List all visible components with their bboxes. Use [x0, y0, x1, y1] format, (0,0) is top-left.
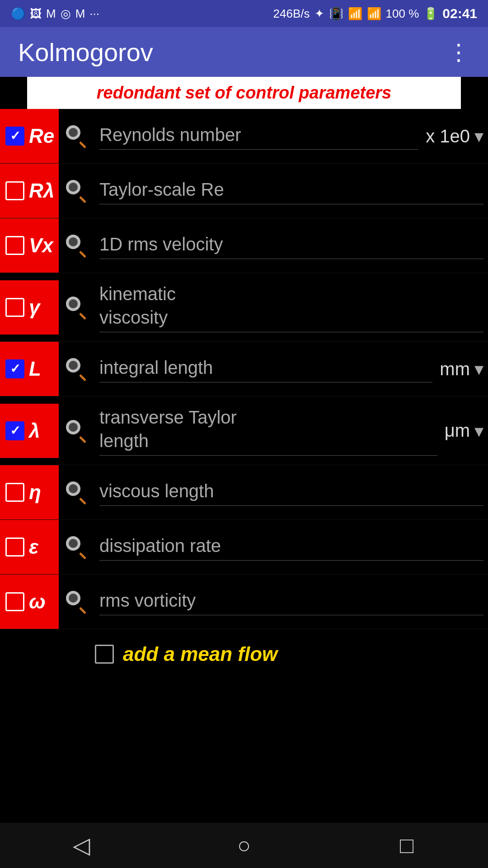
- search-area-gamma[interactable]: [59, 296, 95, 319]
- param-name-eta: viscous length: [99, 479, 483, 506]
- magnifier-icon-gamma[interactable]: [65, 296, 89, 319]
- search-area-L[interactable]: [59, 357, 95, 381]
- checkmark-Re: ✓: [10, 130, 20, 142]
- param-label-gamma[interactable]: γ: [0, 280, 59, 335]
- mag-handle-epsilon: [79, 552, 86, 559]
- dropdown-arrow-L[interactable]: ▾: [474, 359, 483, 379]
- magnifier-icon-epsilon[interactable]: [65, 535, 89, 559]
- checkbox-eta[interactable]: [5, 483, 24, 502]
- symbol-L: L: [29, 358, 41, 380]
- param-label-Rl[interactable]: Rλ: [0, 164, 59, 218]
- param-name-gamma: kinematicviscosity: [99, 282, 483, 332]
- bluetooth-status-icon: ✦: [314, 7, 324, 21]
- status-right-icons: 246B/s ✦ 📳 📶 📶 100 % 🔋 02:41: [273, 6, 477, 21]
- param-name-epsilon: dissipation rate: [99, 534, 483, 561]
- param-row-eta: η viscous length: [0, 465, 488, 520]
- mag-inner-lambda: [69, 423, 78, 432]
- magnifier-icon-eta[interactable]: [65, 481, 89, 504]
- wifi-icon: 📶: [348, 7, 362, 21]
- unit-area-Re[interactable]: x 1e0▾: [426, 126, 483, 146]
- checkbox-Re[interactable]: ✓: [5, 127, 24, 146]
- param-content-L: integral lengthmm▾: [95, 342, 488, 396]
- param-label-Re[interactable]: ✓Re: [0, 109, 59, 163]
- banner: redondant set of control parameters: [27, 77, 461, 109]
- param-row-omega: ω rms vorticity: [0, 575, 488, 629]
- symbol-epsilon: ε: [29, 536, 38, 558]
- checkbox-Vx[interactable]: [5, 236, 24, 255]
- search-area-epsilon[interactable]: [59, 535, 95, 559]
- status-bar: 🔵 🖼 M ◎ M ··· 246B/s ✦ 📳 📶 📶 100 % 🔋 02:…: [0, 0, 488, 27]
- param-label-omega[interactable]: ω: [0, 575, 59, 629]
- param-row-lambda: ✓λ transverse Taylorlengthμm▾: [0, 396, 488, 465]
- search-area-Rl[interactable]: [59, 179, 95, 203]
- param-content-Vx: 1D rms velocity: [95, 218, 488, 273]
- signal-icon: 📶: [367, 7, 381, 21]
- mag-handle-Rl: [79, 196, 86, 203]
- back-button[interactable]: ◁: [63, 832, 99, 859]
- add-flow-checkbox[interactable]: [95, 645, 114, 664]
- param-content-Rl: Taylor-scale Re: [95, 164, 488, 218]
- checkbox-L[interactable]: ✓: [5, 359, 24, 378]
- mag-handle-omega: [79, 607, 86, 614]
- symbol-Re: Re: [29, 125, 54, 147]
- param-label-L[interactable]: ✓L: [0, 342, 59, 396]
- param-name-L: integral length: [99, 356, 432, 382]
- search-area-Vx[interactable]: [59, 234, 95, 257]
- param-content-lambda: transverse Taylorlengthμm▾: [95, 396, 488, 465]
- mag-inner-omega: [69, 594, 78, 603]
- recent-button[interactable]: □: [389, 832, 425, 859]
- mag-handle-eta: [79, 497, 86, 505]
- param-content-gamma: kinematicviscosity: [95, 273, 488, 341]
- magnifier-icon-lambda[interactable]: [65, 419, 89, 443]
- magnifier-icon-Rl[interactable]: [65, 179, 89, 203]
- mag-handle-lambda: [79, 436, 86, 443]
- unit-area-L[interactable]: mm▾: [440, 359, 483, 379]
- home-button[interactable]: ○: [226, 832, 262, 859]
- dropdown-arrow-lambda[interactable]: ▾: [474, 420, 483, 441]
- param-row-Rl: Rλ Taylor-scale Re: [0, 164, 488, 218]
- symbol-gamma: γ: [29, 296, 40, 319]
- magnifier-icon-Vx[interactable]: [65, 234, 89, 257]
- mag-inner-epsilon: [69, 539, 78, 548]
- gmail-icon: M: [46, 7, 56, 21]
- checkbox-gamma[interactable]: [5, 298, 24, 317]
- search-area-Re[interactable]: [59, 124, 95, 148]
- search-area-eta[interactable]: [59, 481, 95, 504]
- symbol-eta: η: [29, 481, 41, 504]
- magnifier-icon-omega[interactable]: [65, 590, 89, 613]
- mag-inner-Rl: [69, 183, 78, 192]
- param-label-eta[interactable]: η: [0, 465, 59, 519]
- add-mean-flow-row[interactable]: add a mean flow: [0, 629, 488, 679]
- add-flow-label: add a mean flow: [123, 643, 277, 665]
- param-row-Vx: Vx 1D rms velocity: [0, 218, 488, 273]
- banner-text: redondant set of control parameters: [97, 83, 391, 102]
- param-name-lambda: transverse Taylorlength: [99, 406, 437, 456]
- search-area-omega[interactable]: [59, 590, 95, 613]
- dropdown-arrow-Re[interactable]: ▾: [474, 126, 483, 146]
- mag-inner-gamma: [69, 299, 78, 308]
- app-title: Kolmogorov: [18, 38, 153, 67]
- checkbox-epsilon[interactable]: [5, 538, 24, 557]
- mag-handle-Re: [79, 141, 86, 148]
- param-label-epsilon[interactable]: ε: [0, 520, 59, 574]
- battery-percent: 100 %: [386, 7, 419, 21]
- overflow-menu-icon[interactable]: ⋮: [447, 39, 470, 65]
- checkbox-lambda[interactable]: ✓: [5, 421, 24, 440]
- param-content-omega: rms vorticity: [95, 575, 488, 629]
- param-content-Re: Reynolds numberx 1e0▾: [95, 109, 488, 163]
- magnifier-icon-Re[interactable]: [65, 124, 89, 148]
- unit-area-lambda[interactable]: μm▾: [445, 420, 483, 441]
- nav-bar: ◁ ○ □: [0, 823, 488, 868]
- checkbox-Rl[interactable]: [5, 181, 24, 200]
- mag-inner-Vx: [69, 237, 78, 246]
- param-content-epsilon: dissipation rate: [95, 520, 488, 574]
- param-label-lambda[interactable]: ✓λ: [0, 404, 59, 458]
- checkbox-omega[interactable]: [5, 592, 24, 611]
- network-speed: 246B/s: [273, 7, 310, 21]
- param-label-Vx[interactable]: Vx: [0, 218, 59, 273]
- magnifier-icon-L[interactable]: [65, 357, 89, 381]
- search-area-lambda[interactable]: [59, 419, 95, 443]
- mag-handle-Vx: [79, 250, 86, 258]
- mag-handle-gamma: [79, 312, 86, 320]
- param-name-Rl: Taylor-scale Re: [99, 178, 483, 204]
